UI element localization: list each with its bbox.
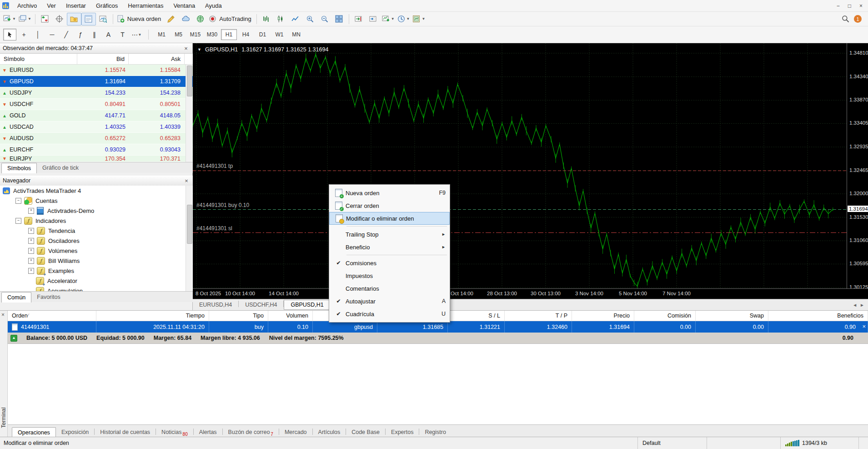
terminal-column-beneficios-11[interactable]: Beneficios [768, 311, 868, 321]
status-profile[interactable]: Default [637, 437, 707, 449]
terminal-column-comisio-n-9[interactable]: Comisión [634, 311, 696, 321]
tree-item-cuentas[interactable]: −Cuentas [0, 196, 193, 206]
expand-icon[interactable]: + [28, 258, 34, 264]
mql5-cloud-button[interactable] [178, 13, 193, 25]
crosshair-tool-button[interactable]: + [17, 29, 30, 40]
candlestick-button[interactable] [274, 13, 288, 25]
market-row-usdchf[interactable]: ▼USDCHF0.804910.80501 [0, 99, 193, 110]
tab-favoritos[interactable]: Favoritos [31, 293, 65, 302]
terminal-tab-historial-de-cuentas[interactable]: Historial de cuentas [95, 428, 156, 437]
scrollbar-thumb[interactable] [187, 205, 192, 244]
terminal-tab-arti-culos[interactable]: Artículos [313, 428, 346, 437]
order-table-row[interactable]: 4144913012025.11.11 04:31:20buy0.10gbpus… [8, 321, 868, 333]
menu-herramientas[interactable]: Herramientas [123, 1, 168, 10]
market-row-usdjpy[interactable]: ▲USDJPY154.233154.238 [0, 87, 193, 99]
terminal-tab-exposicio-n[interactable]: Exposición [56, 428, 94, 437]
terminal-tab-alertas[interactable]: Alertas [194, 428, 222, 437]
tree-item-indicadores[interactable]: −ƒIndicadores [0, 216, 193, 226]
chart-dropdown-icon[interactable]: ▼ [197, 47, 201, 52]
close-icon[interactable]: × [183, 177, 190, 184]
terminal-column-s-l-6[interactable]: S / L [448, 311, 505, 321]
new-order-button[interactable]: Nueva orden [115, 13, 164, 25]
terminal-toggle-button[interactable] [81, 13, 96, 25]
column-header-bid[interactable]: Bid [77, 54, 129, 64]
menu-item-autoajustar[interactable]: ✔AutoajustarA [329, 295, 450, 308]
menu-ayuda[interactable]: Ayuda [200, 1, 227, 10]
market-watch-scrollbar[interactable] [186, 65, 192, 162]
line-chart-button[interactable] [288, 13, 303, 25]
timeframe-m1[interactable]: M1 [154, 29, 170, 40]
zoom-in-button[interactable] [303, 13, 317, 25]
menu-item-nueva-orden[interactable]: +Nueva ordenF9 [329, 187, 450, 199]
navigator-scrollbar[interactable] [186, 186, 192, 291]
channel-tool-button[interactable]: ∥ [88, 29, 101, 40]
terminal-column-tipo-2[interactable]: Tipo [209, 311, 268, 321]
terminal-column-volumen-3[interactable]: Volumen [268, 311, 313, 321]
periods-button[interactable]: ▼ [396, 13, 411, 25]
close-icon[interactable]: × [1, 312, 5, 318]
terminal-column-t-p-7[interactable]: T / P [505, 311, 572, 321]
tile-windows-button[interactable] [332, 13, 346, 25]
zoom-out-button[interactable] [317, 13, 332, 25]
timeframe-h1[interactable]: H1 [221, 29, 237, 40]
profiles-button[interactable]: ▼ [17, 13, 33, 25]
market-row-eurusd[interactable]: ▼EURUSD1.155741.15584 [0, 65, 193, 76]
search-icon[interactable] [842, 15, 849, 23]
navigator-toggle-button[interactable] [67, 13, 81, 25]
scroll-left-icon[interactable]: ◄ [853, 303, 857, 308]
terminal-column-tiempo-1[interactable]: Tiempo [96, 311, 209, 321]
timeframe-mn[interactable]: MN [288, 29, 304, 40]
templates-button[interactable]: ▼ [411, 13, 426, 25]
terminal-tab-mercado[interactable]: Mercado [279, 428, 312, 437]
tree-item-activtrades-metatrader-4[interactable]: ActivTrades MetaTrader 4 [0, 186, 193, 196]
timeframe-m5[interactable]: M5 [171, 29, 186, 40]
menu-item-modificar-o-eliminar-orden[interactable]: Modificar o eliminar orden [329, 212, 450, 225]
vertical-line-tool-button[interactable]: │ [31, 29, 45, 40]
chart-tab-gbpusd-h1[interactable]: GBPUSD,H1 [284, 300, 330, 310]
trendline-tool-button[interactable]: ╱ [60, 29, 73, 40]
expand-icon[interactable]: + [28, 208, 34, 214]
market-row-eurjpy[interactable]: ▼EURJPY170.354170.371 [0, 156, 193, 162]
chart-shift-button[interactable] [366, 13, 381, 25]
tree-item-examples[interactable]: +ƒExamples [0, 266, 193, 276]
expand-icon[interactable]: + [28, 238, 34, 244]
tab-gra-fico-de-tick[interactable]: Gráfico de tick [37, 163, 84, 173]
data-window-button[interactable] [52, 13, 67, 25]
tree-item-bill-williams[interactable]: +ƒBill Williams [0, 256, 193, 266]
timeframe-m30[interactable]: M30 [204, 29, 220, 40]
chart-plot[interactable]: ▼ GBPUSD,H1 1.31627 1.31697 1.31625 1.31… [193, 43, 847, 288]
collapse-icon[interactable]: − [15, 198, 21, 204]
tree-item-volu-menes[interactable]: +ƒVolúmenes [0, 246, 193, 256]
tree-item-activtrades-demo[interactable]: +Activtrades-Demo [0, 206, 193, 216]
scrollbar-thumb[interactable] [187, 66, 192, 96]
menu-ventana[interactable]: Ventana [168, 1, 200, 10]
close-button[interactable]: × [859, 3, 863, 9]
arrows-tool-button[interactable]: ⋯▼ [130, 29, 143, 40]
timeframe-d1[interactable]: D1 [255, 29, 271, 40]
autotrading-button[interactable]: AutoTrading [207, 13, 254, 25]
menu-item-comentarios[interactable]: Comentarios [329, 282, 450, 295]
column-header-si-mbolo[interactable]: Símbolo [0, 54, 77, 64]
tree-item-accelerator[interactable]: ƒAccelerator [0, 276, 193, 286]
chart-tab-eurusd-h4[interactable]: EURUSD,H4 [193, 300, 238, 309]
terminal-tab-noticias[interactable]: Noticias80 [156, 428, 193, 437]
timeframe-h4[interactable]: H4 [238, 29, 254, 40]
cursor-tool-button[interactable] [3, 29, 16, 40]
tab-si-mbolos[interactable]: Símbolos [1, 163, 37, 173]
market-watch-toggle-button[interactable] [38, 13, 52, 25]
market-row-gbpusd[interactable]: ▼GBPUSD1.316941.31709 [0, 76, 193, 87]
menu-archivo[interactable]: Archivo [12, 1, 42, 10]
auto-scroll-button[interactable] [351, 13, 366, 25]
expand-icon[interactable]: + [28, 268, 34, 274]
bar-chart-button[interactable] [259, 13, 274, 25]
minimize-button[interactable]: − [837, 3, 840, 9]
market-row-usdcad[interactable]: ▲USDCAD1.403251.40339 [0, 121, 193, 133]
time-axis[interactable]: 8 Oct 202510 Oct 14:0014 Oct 14:0024 Oct… [193, 288, 868, 299]
terminal-column-precio-8[interactable]: Precio [572, 311, 634, 321]
expand-icon[interactable]: + [28, 248, 34, 254]
terminal-tab-registro[interactable]: Registro [419, 428, 452, 437]
menu-ver[interactable]: Ver [42, 1, 61, 10]
indicators-button[interactable]: ▼ [381, 13, 396, 25]
terminal-tab-operaciones[interactable]: Operaciones [12, 427, 56, 438]
menu-item-impuestos[interactable]: Impuestos [329, 269, 450, 282]
